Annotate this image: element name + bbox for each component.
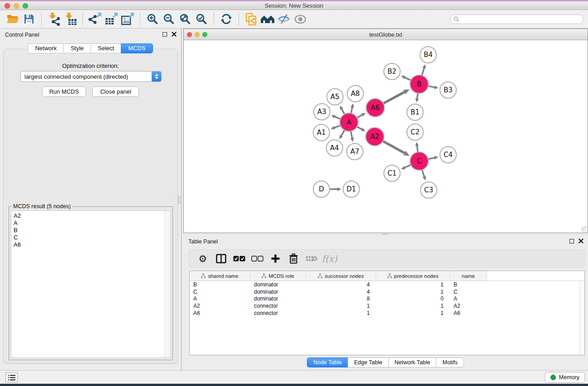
zoom-out-button[interactable] [161, 11, 177, 27]
column-header-shared-name[interactable]: shared name [190, 271, 250, 281]
table-scrollbar[interactable] [579, 281, 584, 355]
table-settings-button[interactable]: ⚙ [195, 252, 211, 266]
column-header-mcds-role[interactable]: MCDS role [250, 271, 306, 281]
edge-A-A8[interactable] [351, 107, 353, 113]
delete-selected-rows-button[interactable] [285, 252, 301, 266]
tab-edge-table[interactable]: Edge Table [348, 357, 388, 367]
network-zoom-button[interactable] [202, 32, 207, 37]
close-panel-icon[interactable] [578, 238, 583, 243]
save-session-button[interactable] [21, 11, 37, 27]
float-panel-icon[interactable] [569, 239, 574, 243]
zoom-window-button[interactable] [23, 3, 28, 9]
close-panel-button[interactable]: Close panel [92, 86, 139, 97]
cell-name[interactable]: A2 [450, 303, 487, 309]
show-task-history-button[interactable] [5, 372, 18, 382]
memory-status-button[interactable]: Memory [545, 372, 585, 383]
show-graphics-details-button[interactable] [292, 11, 308, 27]
node-A3[interactable]: A3 [314, 104, 330, 120]
edge-A-A6[interactable] [357, 115, 362, 118]
table-row[interactable]: Cdominator41C [190, 288, 584, 295]
cell-shared-name[interactable]: A [190, 295, 250, 302]
node-B[interactable]: B [410, 75, 428, 93]
tab-select[interactable]: Select [91, 43, 121, 53]
edge-A-A3[interactable] [335, 117, 340, 119]
zoom-in-button[interactable] [144, 11, 161, 27]
node-C[interactable]: C [410, 152, 428, 170]
table-row[interactable]: Adominator80A [190, 295, 584, 303]
edge-C-C4[interactable] [429, 158, 435, 159]
node-C4[interactable]: C4 [440, 147, 456, 163]
node-A4[interactable]: A4 [326, 140, 343, 156]
node-B4[interactable]: B4 [420, 47, 436, 63]
node-C3[interactable]: C3 [421, 182, 437, 198]
edge-A-A4[interactable] [341, 130, 344, 136]
cell-mcds-role[interactable]: dominator [250, 281, 306, 288]
network-minimize-button[interactable] [195, 32, 200, 37]
node-D1[interactable]: D1 [343, 181, 359, 197]
zoom-selected-button[interactable] [193, 11, 210, 27]
table-row[interactable]: A2connector11A2 [190, 302, 584, 310]
search-input[interactable] [459, 15, 583, 23]
node-A[interactable]: A [340, 113, 358, 131]
export-network-button[interactable] [87, 11, 103, 27]
cell-predecessor-nodes[interactable]: 1 [376, 310, 450, 316]
cell-name[interactable]: A [450, 295, 487, 302]
export-table-button[interactable] [103, 11, 120, 27]
cell-predecessor-nodes[interactable]: 1 [376, 281, 450, 288]
cell-successor-nodes[interactable]: 4 [306, 289, 376, 295]
cell-successor-nodes[interactable]: 1 [306, 303, 376, 309]
table-row[interactable]: A6connector11A6 [190, 310, 584, 317]
cell-shared-name[interactable]: B [190, 281, 250, 288]
home-view-button[interactable] [259, 11, 276, 27]
cell-shared-name[interactable]: A2 [190, 303, 250, 309]
edge-A-A1[interactable] [335, 125, 340, 128]
result-scrollbar[interactable] [164, 211, 170, 357]
create-column-button[interactable] [267, 252, 283, 266]
edge-A-A2[interactable] [357, 127, 362, 129]
node-B1[interactable]: B1 [407, 104, 423, 120]
column-header-successor-nodes[interactable]: successor nodes [306, 271, 376, 281]
cell-mcds-role[interactable]: connector [250, 310, 306, 316]
node-A6[interactable]: A6 [366, 99, 384, 117]
node-B3[interactable]: B3 [440, 82, 456, 98]
edge-A6-B[interactable] [384, 92, 405, 103]
close-window-button[interactable] [5, 3, 10, 9]
tab-node-table[interactable]: Node Table [307, 357, 348, 367]
cell-mcds-role[interactable]: dominator [250, 295, 306, 302]
import-network-button[interactable] [46, 11, 62, 27]
network-canvas[interactable]: B4B2BB3A8A5A6A3B1AA1C2A2A4A7C4CC1C3DD1 [184, 41, 588, 233]
tab-mcds[interactable]: MCDS [121, 43, 153, 53]
function-builder-button[interactable]: f(x) [321, 252, 338, 266]
node-C1[interactable]: C1 [384, 165, 400, 181]
show-column-panel-button[interactable] [213, 252, 229, 266]
tab-network[interactable]: Network [28, 43, 64, 53]
unselect-all-columns-button[interactable] [249, 252, 265, 266]
node-D[interactable]: D [313, 181, 330, 197]
open-session-button[interactable] [5, 11, 21, 27]
edge-A-A7[interactable] [351, 132, 352, 138]
minimize-window-button[interactable] [14, 3, 19, 9]
run-mcds-button[interactable]: Run MCDS [42, 86, 86, 97]
cell-shared-name[interactable]: A6 [190, 310, 250, 316]
edge-B-B4[interactable] [422, 68, 424, 75]
edge-A-A5[interactable] [342, 109, 344, 114]
session-snapshot-button[interactable] [243, 11, 259, 27]
cell-shared-name[interactable]: C [190, 289, 250, 295]
resize-handle-icon[interactable] [581, 226, 587, 232]
mcds-result-item[interactable]: C [14, 234, 170, 241]
mcds-result-item[interactable]: A6 [14, 241, 170, 248]
edge-B-B1[interactable] [417, 94, 418, 99]
mcds-result-list[interactable]: A2ABCA6 [11, 210, 171, 358]
node-A8[interactable]: A8 [347, 86, 363, 102]
tab-motifs[interactable]: Motifs [436, 357, 464, 367]
hide-graphics-details-button[interactable] [276, 11, 292, 27]
node-A1[interactable]: A1 [313, 124, 330, 141]
edge-C-C1[interactable] [405, 165, 411, 168]
import-table-button[interactable] [62, 11, 78, 27]
edge-C-C2[interactable] [417, 146, 418, 152]
network-graph[interactable]: B4B2BB3A8A5A6A3B1AA1C2A2A4A7C4CC1C3DD1 [184, 41, 588, 233]
node-A7[interactable]: A7 [347, 143, 363, 160]
cell-name[interactable]: A6 [450, 310, 487, 316]
column-header-predecessor-nodes[interactable]: predecessor nodes [376, 271, 450, 281]
refresh-button[interactable] [218, 11, 234, 27]
